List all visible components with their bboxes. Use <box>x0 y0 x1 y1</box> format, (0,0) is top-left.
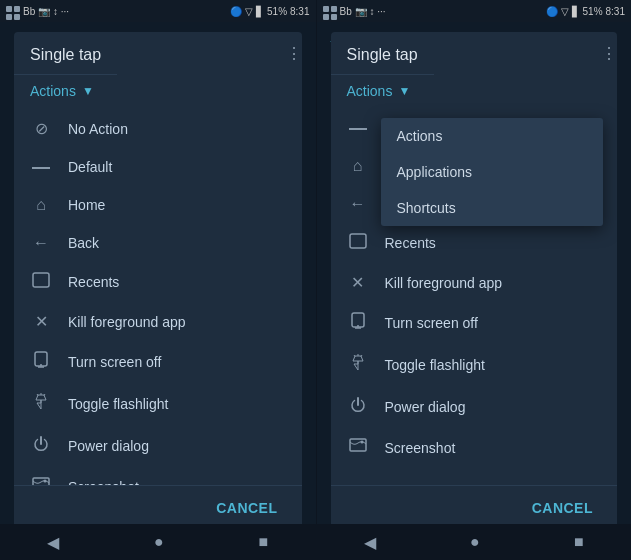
cancel-button-right[interactable]: CANCEL <box>524 496 601 520</box>
svg-line-12 <box>361 355 362 357</box>
svg-line-5 <box>37 394 38 396</box>
svg-rect-0 <box>33 273 49 287</box>
action-kill-app-r[interactable]: ✕ Kill foreground app <box>331 263 618 302</box>
action-list-left: ⊘ No Action Default ⌂ Home ← Back <box>14 105 302 485</box>
back-label: Back <box>68 235 99 251</box>
back-icon-r: ← <box>347 195 369 213</box>
screen-off-icon <box>30 351 52 373</box>
power-icon <box>30 435 52 457</box>
nav-home-right[interactable]: ● <box>470 533 480 551</box>
screenshot-icon-r <box>347 438 369 458</box>
bluetooth-icon-r: 🔵 <box>546 6 558 17</box>
nav-bar-left: ◀ ● ■ <box>0 524 316 560</box>
action-screen-off-r[interactable]: Turn screen off <box>331 302 618 344</box>
action-kill-app[interactable]: ✕ Kill foreground app <box>14 302 302 341</box>
status-right: 🔵 ▽ ▋ 51% 8:31 <box>230 6 309 17</box>
status-left-right: Bb 📷 ↕ ··· <box>323 3 386 20</box>
context-menu-actions[interactable]: Actions <box>381 118 604 154</box>
home-icon-r: ⌂ <box>347 157 369 175</box>
kill-app-icon-r: ✕ <box>347 273 369 292</box>
kill-app-icon: ✕ <box>30 312 52 331</box>
nav-back-right[interactable]: ◀ <box>364 533 376 552</box>
context-menu: Actions Applications Shortcuts <box>381 118 604 226</box>
action-power[interactable]: Power dialog <box>14 425 302 467</box>
no-action-icon: ⊘ <box>30 119 52 138</box>
home-label: Home <box>68 197 105 213</box>
screen-off-label: Turn screen off <box>68 354 161 370</box>
time: 8:31 <box>290 6 309 17</box>
status-grid-icon <box>6 3 20 20</box>
home-icon: ⌂ <box>30 196 52 214</box>
recents-icon <box>30 272 52 292</box>
nav-home-left[interactable]: ● <box>154 533 164 551</box>
dropdown-arrow-right: ▼ <box>398 84 410 98</box>
action-power-r[interactable]: Power dialog <box>331 386 618 428</box>
dropdown-arrow-left: ▼ <box>82 84 94 98</box>
nav-recents-left[interactable]: ■ <box>258 533 268 551</box>
dialog-title-row-left: Single tap ⋮ <box>14 32 302 75</box>
screenshot-icon <box>30 477 52 485</box>
context-menu-shortcuts[interactable]: Shortcuts <box>381 190 604 226</box>
action-screen-off[interactable]: Turn screen off <box>14 341 302 383</box>
flashlight-label: Toggle flashlight <box>68 396 168 412</box>
dropdown-label-left[interactable]: Actions <box>30 83 76 99</box>
status-icons-r: 📷 ↕ ··· <box>355 6 386 17</box>
default-icon <box>30 158 52 176</box>
no-action-label: No Action <box>68 121 128 137</box>
nav-recents-right[interactable]: ■ <box>574 533 584 551</box>
svg-rect-8 <box>350 234 366 248</box>
action-default[interactable]: Default <box>14 148 302 186</box>
action-back[interactable]: ← Back <box>14 224 302 262</box>
svg-point-7 <box>44 480 47 483</box>
status-bb-r: Bb <box>340 6 352 17</box>
power-label-r: Power dialog <box>385 399 466 415</box>
default-icon-r <box>347 119 369 137</box>
action-flashlight[interactable]: Toggle flashlight <box>14 383 302 425</box>
recents-icon-r <box>347 233 369 253</box>
flashlight-icon-r <box>347 354 369 376</box>
status-icons: 📷 ↕ ··· <box>38 6 69 17</box>
action-no-action[interactable]: ⊘ No Action <box>14 109 302 148</box>
status-bar-left: Bb 📷 ↕ ··· 🔵 ▽ ▋ 51% 8:31 <box>0 0 316 22</box>
action-screenshot-r[interactable]: Screenshot <box>331 428 618 468</box>
three-dots-right[interactable]: ⋮ <box>601 44 617 63</box>
dialog-title-left: Single tap <box>14 32 117 75</box>
dropdown-row-left[interactable]: Actions ▼ <box>14 75 302 105</box>
action-recents-r[interactable]: Recents <box>331 223 618 263</box>
wifi-icon: ▽ <box>245 6 253 17</box>
svg-rect-9 <box>352 313 364 327</box>
default-label: Default <box>68 159 112 175</box>
nav-back-left[interactable]: ◀ <box>47 533 59 552</box>
status-bb: Bb <box>23 6 35 17</box>
three-dots-left[interactable]: ⋮ <box>286 44 302 63</box>
kill-app-label: Kill foreground app <box>68 314 186 330</box>
context-menu-applications[interactable]: Applications <box>381 154 604 190</box>
dropdown-label-right[interactable]: Actions <box>347 83 393 99</box>
bluetooth-icon: 🔵 <box>230 6 242 17</box>
status-right-r: 🔵 ▽ ▋ 51% 8:31 <box>546 6 625 17</box>
screenshot-label-r: Screenshot <box>385 440 456 456</box>
action-flashlight-r[interactable]: Toggle flashlight <box>331 344 618 386</box>
cancel-button-left[interactable]: CANCEL <box>208 496 285 520</box>
power-label: Power dialog <box>68 438 149 454</box>
dropdown-row-right[interactable]: Actions ▼ <box>331 75 618 105</box>
svg-line-13 <box>354 355 355 357</box>
svg-point-10 <box>357 325 359 327</box>
svg-point-15 <box>360 441 363 444</box>
status-left: Bb 📷 ↕ ··· <box>6 3 69 20</box>
svg-rect-1 <box>35 352 47 366</box>
battery-level: 51% <box>267 6 287 17</box>
svg-point-2 <box>40 364 42 366</box>
flashlight-icon <box>30 393 52 415</box>
flashlight-label-r: Toggle flashlight <box>385 357 485 373</box>
time-r: 8:31 <box>606 6 625 17</box>
nav-bar-right: ◀ ● ■ <box>317 524 632 560</box>
right-dialog: Single tap ⋮ Actions ▼ Actions Applicati… <box>331 32 618 530</box>
action-screenshot[interactable]: Screenshot <box>14 467 302 485</box>
signal-icon-r: ▋ <box>572 6 580 17</box>
dialog-title-row-right: Single tap ⋮ <box>331 32 618 75</box>
action-recents[interactable]: Recents <box>14 262 302 302</box>
power-icon-r <box>347 396 369 418</box>
action-home[interactable]: ⌂ Home <box>14 186 302 224</box>
svg-rect-14 <box>350 439 366 451</box>
